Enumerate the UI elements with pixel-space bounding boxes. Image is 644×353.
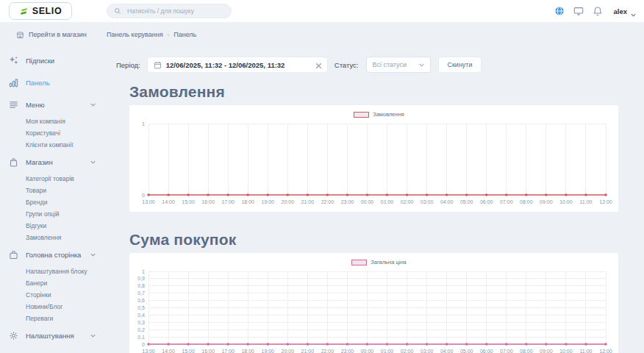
data-point (446, 343, 448, 346)
sidebar-subitem[interactable]: Сторінки (9, 289, 101, 301)
x-axis-tick-label: 21:00 (301, 349, 315, 353)
status-select[interactable]: Всі статуси (366, 57, 431, 73)
data-point (167, 193, 170, 196)
breadcrumb-separator: › (168, 32, 170, 38)
user-menu[interactable]: alex (614, 7, 637, 15)
sidebar-item-bag[interactable]: Магазин (9, 151, 101, 173)
data-point (287, 193, 290, 196)
sidebar-subitem[interactable]: Замовлення (9, 232, 101, 243)
x-axis-tick-label: 19:00 (261, 199, 274, 204)
x-axis-tick-label: 16:00 (201, 349, 215, 353)
x-axis-tick-label: 15:00 (182, 199, 195, 204)
orders-chart-card: Замовлення 13:0014:0015:0016:0017:0018:0… (129, 105, 618, 212)
data-point (346, 193, 349, 196)
x-axis-tick-label: 13:00 (142, 199, 155, 204)
filters-bar: Період: 12/06/2025, 11:32 - 12/06/2025, … (116, 57, 644, 73)
sidebar-subitem[interactable]: Клієнти компанії (9, 139, 101, 151)
data-point (307, 343, 310, 346)
data-point (386, 193, 389, 196)
sidebar-subitem[interactable]: Налаштування блоку (9, 265, 101, 277)
sidebar-subitem[interactable]: Групи опцій (9, 208, 101, 220)
purchases-legend[interactable]: Загальна ціна (140, 259, 618, 265)
y-axis-tick-label: 1 (142, 121, 145, 126)
sidebar-item-gear[interactable]: Налаштування (9, 324, 101, 346)
data-point (207, 343, 210, 346)
sidebar-subitem[interactable]: Моя компанія (9, 115, 101, 127)
data-point (485, 193, 488, 196)
sparkles-icon (9, 55, 19, 65)
x-axis-tick-label: 10:00 (559, 349, 573, 353)
data-point (426, 343, 429, 346)
sidebar-subitem[interactable]: Відгуки (9, 220, 101, 232)
globe-icon[interactable] (554, 5, 565, 17)
data-point (167, 343, 170, 346)
sidebar-item-bar-chart[interactable]: Панель (9, 71, 101, 93)
sidebar-nav: ПідпискиПанельМенюМоя компаніяКористувач… (9, 49, 101, 346)
data-point (565, 193, 568, 196)
x-axis-tick-label: 05:00 (460, 199, 473, 204)
sidebar: Перейти в магазин ПідпискиПанельМенюМоя … (0, 22, 107, 353)
app-logo[interactable]: SELIO (9, 2, 72, 20)
search-icon (114, 7, 121, 15)
sidebar-item-label: Підписки (26, 57, 54, 65)
breadcrumb-item-dashboard[interactable]: Панель керування (107, 31, 163, 38)
sidebar-item-sparkles[interactable]: Підписки (9, 49, 101, 71)
sidebar-item-menu[interactable]: Меню (9, 93, 101, 115)
data-point (465, 343, 468, 346)
x-axis-tick-label: 06:00 (480, 349, 493, 353)
x-axis-tick-label: 20:00 (282, 199, 295, 204)
purchases-section-title: Сума покупок (129, 231, 644, 249)
data-point (406, 193, 409, 196)
sidebar-subitem[interactable]: Бренди (9, 196, 101, 208)
main-content: Панель керування › Панель Період: 12/06/… (107, 22, 644, 353)
sidebar-subitem[interactable]: Товари (9, 185, 101, 196)
sidebar-item-label: Панель (26, 79, 50, 87)
y-axis-tick-label: 0,9 (137, 276, 145, 281)
chevron-down-icon (418, 62, 425, 68)
sidebar-item-label: Магазин (26, 158, 53, 166)
x-axis-tick-label: 14:00 (162, 199, 175, 204)
x-axis-tick-label: 16:00 (201, 199, 215, 204)
purchases-section: Сума покупок Загальна ціна 13:0014:0015:… (129, 231, 644, 353)
sidebar-subitem[interactable]: Категорії товарів (9, 173, 101, 185)
search-input[interactable] (126, 7, 224, 15)
data-point (187, 193, 190, 196)
chevron-down-icon (630, 8, 637, 15)
reset-button[interactable]: Скинути (438, 57, 481, 73)
selio-logo-icon (19, 7, 29, 16)
sidebar-subitem[interactable]: Переваги (9, 313, 101, 324)
x-axis-tick-label: 04:00 (440, 199, 454, 204)
purchases-chart-card: Загальна ціна 13:0014:0015:0016:0017:001… (129, 253, 618, 353)
clear-icon[interactable] (315, 62, 321, 68)
sidebar-subitem[interactable]: Банери (9, 277, 101, 289)
x-axis-tick-label: 13:00 (142, 349, 155, 353)
sidebar-item-home-page[interactable]: Головна сторінка (9, 243, 101, 265)
x-axis-tick-label: 19:00 (261, 349, 274, 353)
x-axis-tick-label: 00:00 (361, 349, 374, 353)
x-axis-tick-label: 23:00 (341, 199, 354, 204)
status-label: Статус: (334, 61, 359, 69)
data-point (426, 193, 429, 196)
sidebar-subitem[interactable]: Новини/Блог (9, 301, 101, 313)
data-point (565, 343, 568, 346)
go-to-store-link[interactable]: Перейти в магазин (16, 29, 101, 40)
x-axis-tick-label: 22:00 (321, 349, 334, 353)
period-value: 12/06/2025, 11:32 - 12/06/2025, 11:32 (166, 61, 285, 69)
data-point (346, 343, 349, 346)
y-axis-tick-label: 0,6 (137, 298, 145, 303)
monitor-icon[interactable] (573, 5, 584, 17)
legend-label: Загальна ціна (371, 259, 406, 265)
global-search[interactable] (107, 4, 232, 18)
x-axis-tick-label: 20:00 (282, 349, 295, 353)
x-axis-tick-label: 18:00 (241, 349, 254, 353)
x-axis-tick-label: 23:00 (341, 349, 354, 353)
x-axis-tick-label: 15:00 (182, 349, 195, 353)
bag-icon (9, 157, 19, 167)
data-point (525, 343, 528, 346)
data-point (326, 343, 329, 346)
data-point (386, 343, 389, 346)
period-input[interactable]: 12/06/2025, 11:32 - 12/06/2025, 11:32 (147, 57, 328, 73)
sidebar-subitem[interactable]: Користувачі (9, 127, 101, 139)
bell-icon[interactable] (592, 5, 604, 17)
orders-legend[interactable]: Замовлення (140, 111, 618, 118)
